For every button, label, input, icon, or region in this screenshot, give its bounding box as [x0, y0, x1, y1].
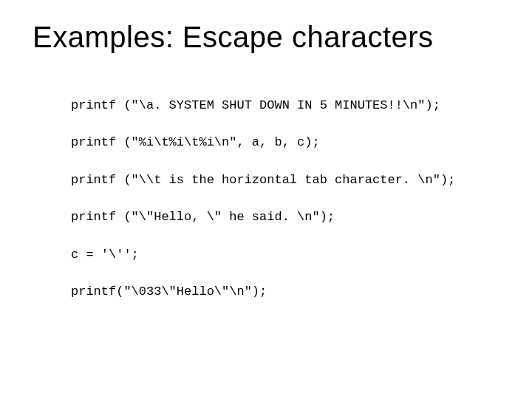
- code-line: printf ("%i\t%i\t%i\n", a, b, c);: [71, 135, 502, 150]
- code-line: printf ("\\t is the horizontal tab chara…: [71, 173, 502, 188]
- code-line: printf("\033\"Hello\"\n");: [71, 284, 502, 299]
- code-block: printf ("\a. SYSTEM SHUT DOWN IN 5 MINUT…: [71, 98, 502, 299]
- slide-title: Examples: Escape characters: [33, 21, 502, 54]
- code-line: printf ("\a. SYSTEM SHUT DOWN IN 5 MINUT…: [71, 98, 502, 113]
- code-line: printf ("\"Hello, \" he said. \n");: [71, 210, 502, 225]
- code-line: c = '\'';: [71, 248, 502, 262]
- slide: Examples: Escape characters printf ("\a.…: [0, 0, 532, 399]
